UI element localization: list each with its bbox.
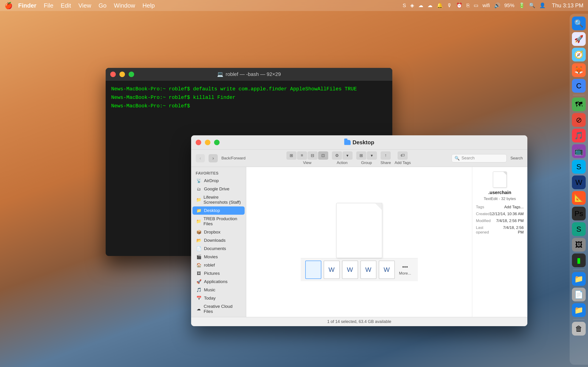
gallery-view-button[interactable]: ⊡ (318, 151, 328, 160)
roblef-icon: 🏠 (196, 263, 202, 268)
sidebar-item-downloads[interactable]: 📂 Downloads (192, 236, 245, 244)
dock-chrome[interactable]: C (572, 79, 586, 93)
menu-file[interactable]: File (44, 2, 53, 9)
close-button[interactable] (110, 72, 116, 77)
sidebar-pictures-label: Pictures (204, 271, 220, 276)
battery-icon: 🔋 (519, 2, 525, 8)
dock-finder[interactable]: 🔍 (572, 17, 586, 30)
file-info-name: .userchain (476, 190, 524, 195)
dock-folder3[interactable]: 📁 (572, 303, 586, 317)
group-button[interactable]: ⊞ (356, 151, 366, 160)
dock-launchpad[interactable]: 🚀 (572, 32, 586, 46)
finder-sidebar: Favorites 📡 AirDrop 🗂 Google Drive 📁 Lif… (191, 167, 246, 317)
action-chevron[interactable]: ▾ (342, 151, 353, 160)
share-group: ↑ Share (380, 151, 391, 165)
file-info-tags-row: Tags Add Tags... (476, 205, 524, 209)
view-label: View (303, 161, 311, 165)
sidebar-item-airdrop[interactable]: 📡 AirDrop (192, 177, 245, 185)
group-group: ⊞ ▾ Group (356, 151, 377, 165)
dock-trash[interactable]: 🗑 (572, 322, 586, 336)
dock-skype2[interactable]: S (572, 222, 586, 236)
modified-value: 7/4/18, 2:56 PM (496, 219, 524, 223)
sidebar-movies-label: Movies (204, 254, 218, 259)
clock: Thu 3:13 PM (552, 2, 583, 9)
dock-photos[interactable]: 🖼 (572, 238, 586, 252)
sidebar-item-pictures[interactable]: 🖼 Pictures (192, 269, 245, 277)
sidebar-item-roblef[interactable]: 🏠 roblef (192, 261, 245, 269)
sidebar-item-documents[interactable]: 📄 Documents (192, 244, 245, 253)
lastopened-key: Last opened (476, 225, 497, 235)
search-label: Search (510, 156, 523, 161)
search-box[interactable]: 🔍 Search (451, 154, 507, 162)
menu-finder[interactable]: Finder (18, 2, 36, 9)
menu-window[interactable]: Window (114, 2, 135, 9)
action-button[interactable]: ⚙ (332, 151, 342, 160)
folder-icon (344, 140, 351, 145)
view-group: ⊞ ≡ ⊟ ⊡ View (286, 151, 328, 165)
minimize-button[interactable] (120, 72, 125, 77)
sidebar-item-music[interactable]: 🎵 Music (192, 286, 245, 294)
sidebar-creativecloud-label: Creative Cloud Files (204, 304, 241, 314)
search-menu-icon[interactable]: 🔍 (529, 2, 535, 8)
menu-help[interactable]: Help (142, 2, 155, 9)
sidebar-item-creativecloud[interactable]: ☁ Creative Cloud Files (192, 302, 245, 316)
lastopened-value: 7/4/18, 2:56 PM (497, 225, 524, 235)
finder-close-button[interactable] (196, 140, 201, 145)
user-icon: 👤 (539, 2, 545, 8)
thumb-word-4[interactable]: W (379, 261, 395, 279)
group-chevron[interactable]: ▾ (367, 151, 377, 160)
terminal-shell-icon: 💻 (217, 71, 223, 77)
thumb-word-1[interactable]: W (324, 261, 340, 279)
column-view-button[interactable]: ⊟ (308, 151, 318, 160)
dock-maps[interactable]: 🗺 (572, 98, 586, 111)
sidebar-item-desktop[interactable]: 📁 Desktop (192, 206, 245, 215)
movies-icon: 🎬 (196, 254, 202, 259)
more-button[interactable]: ••• More... (397, 261, 413, 279)
applications-icon: 🚀 (196, 279, 202, 284)
addtags-button[interactable]: 🏷 (398, 151, 408, 160)
thumb-file[interactable] (305, 261, 321, 279)
dock-skype[interactable]: S (572, 160, 586, 174)
sidebar-item-dropbox[interactable]: 📦 Dropbox (192, 228, 245, 236)
sidebar-item-lifewire[interactable]: 📁 Lifewire Screenshots (Staff) (192, 193, 245, 206)
menu-view[interactable]: View (78, 2, 91, 9)
apple-menu[interactable]: 🍎 (5, 2, 13, 9)
dock-blocked[interactable]: ⊘ (572, 113, 586, 127)
dock-word[interactable]: W (572, 175, 586, 189)
list-view-button[interactable]: ≡ (297, 151, 307, 160)
dock-terminal[interactable]: ▮ (572, 253, 586, 267)
terminal-content[interactable]: News-MacBook-Pro:~ roblef$ defaults writ… (106, 81, 392, 115)
lifewire-icon: 📁 (196, 197, 201, 202)
sidebar-item-googledrive[interactable]: 🗂 Google Drive (192, 185, 245, 193)
icon-view-button[interactable]: ⊞ (286, 151, 296, 160)
dock-folder2[interactable]: 📄 (572, 288, 586, 301)
dock-separator-1 (573, 95, 585, 95)
dock-firefox[interactable]: 🦊 (572, 63, 586, 77)
finder-minimize-button[interactable] (205, 140, 210, 145)
dock-app2[interactable]: 📐 (572, 191, 586, 205)
forward-button[interactable]: › (208, 154, 218, 162)
back-button[interactable]: ‹ (196, 154, 205, 162)
dock-safari[interactable]: 🧭 (572, 48, 586, 61)
dock-folder1[interactable]: 📁 (572, 272, 586, 286)
volume-icon: 🔊 (494, 2, 500, 8)
dock-app1[interactable]: 📺 (572, 144, 586, 158)
sidebar-item-movies[interactable]: 🎬 Movies (192, 253, 245, 261)
menu-edit[interactable]: Edit (61, 2, 71, 9)
share-button[interactable]: ↑ (380, 151, 391, 160)
bluetooth-icon: ⎘ (467, 2, 469, 8)
thumb-word-3[interactable]: W (360, 261, 376, 279)
thumb-word-2[interactable]: W (342, 261, 358, 279)
sidebar-item-treb[interactable]: 📁 TREB Production Files (192, 215, 245, 228)
dock-music[interactable]: 🎵 (572, 129, 586, 142)
sidebar-item-applications[interactable]: 🚀 Applications (192, 277, 245, 286)
dock: 🔍 🚀 🧭 🦊 C 🗺 ⊘ 🎵 📺 S W 📐 Ps S 🖼 ▮ 📁 📄 📁 🗑 (570, 14, 588, 365)
maximize-button[interactable] (129, 72, 134, 77)
sidebar-item-today[interactable]: 📅 Today (192, 294, 245, 302)
mic-icon: 🎙 (447, 2, 452, 8)
menu-go[interactable]: Go (99, 2, 107, 9)
finder-maximize-button[interactable] (214, 140, 220, 145)
tags-value[interactable]: Add Tags... (504, 205, 524, 209)
file-preview (336, 203, 382, 258)
dock-photoshop[interactable]: Ps (572, 207, 586, 220)
